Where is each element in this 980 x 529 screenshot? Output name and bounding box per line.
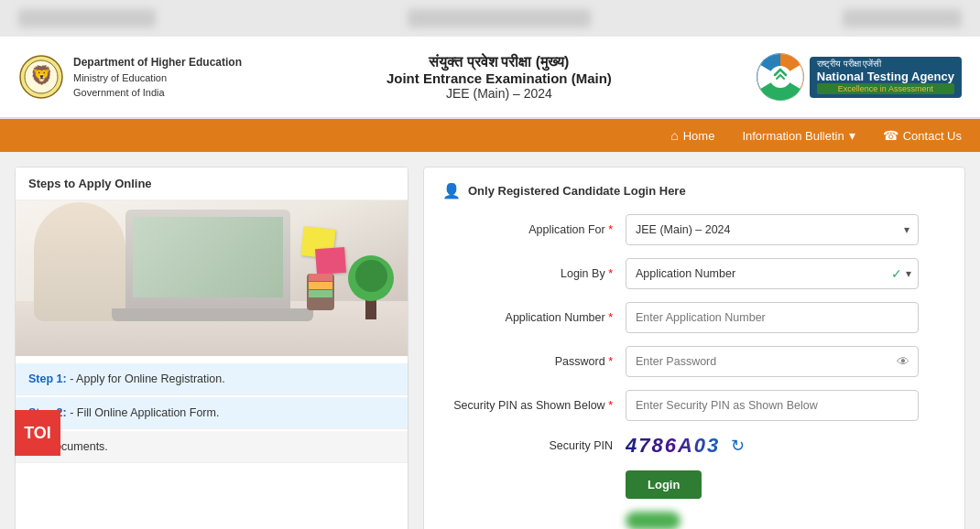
left-panel-title: Steps to Apply Online [16, 167, 408, 200]
toi-badge: TOI [15, 410, 60, 456]
refresh-icon[interactable]: ↻ [731, 436, 745, 456]
password-input-wrapper: 👁 [626, 346, 919, 377]
nta-circle-icon [757, 53, 804, 101]
year-title: JEE (Main) – 2024 [242, 86, 757, 101]
header-dept-info: Department of Higher Education Ministry … [73, 54, 242, 101]
application-for-row: Application For * JEE (Main) – 2024 ▾ [442, 214, 946, 245]
right-panel: 👤 Only Registered Candidate Login Here A… [423, 167, 965, 529]
person-icon: 👤 [442, 182, 461, 200]
top-blur-bar [0, 0, 980, 37]
password-row: Password * 👁 [442, 346, 946, 377]
eng-title: Joint Entrance Examination (Main) [242, 70, 757, 86]
header-right: राष्ट्रीय परीक्षा एजेंसी National Testin… [757, 53, 962, 101]
laptop-image [16, 200, 408, 356]
sticky-note-pink [315, 247, 346, 275]
steps-list: Step 1: - Apply for Online Registration.… [16, 356, 408, 472]
bottom-blur-element [626, 512, 681, 529]
blur-left [18, 9, 156, 27]
application-for-select-wrapper[interactable]: JEE (Main) – 2024 ▾ [626, 214, 919, 245]
chevron-down-icon: ▾ [849, 128, 855, 143]
plant [348, 255, 394, 319]
application-number-row: Application Number * [442, 302, 946, 333]
login-by-select[interactable]: Application Number Email [626, 258, 919, 289]
right-panel-title: 👤 Only Registered Candidate Login Here [442, 182, 946, 200]
application-number-label: Application Number * [442, 311, 626, 324]
navbar: ⌂ Home Information Bulletin ▾ ☎ Contact … [0, 119, 980, 152]
step-item-3: mit Documents. [16, 431, 408, 463]
security-pin-display-label: Security PIN [442, 439, 626, 452]
login-by-row: Login By * Application Number Email ✓ ▾ [442, 258, 946, 289]
password-input[interactable] [626, 346, 919, 377]
left-panel: Steps to Apply Online [15, 167, 408, 529]
step-item-2: Step 2: - Fill Online Application Form. [16, 397, 408, 429]
laptop-lid [125, 210, 290, 310]
login-button[interactable]: Login [626, 470, 702, 499]
hindi-title: संयुक्त प्रवेश परीक्षा (मुख्य) [242, 54, 757, 70]
main-content: Steps to Apply Online [0, 152, 980, 529]
step1-label: Step 1: [28, 372, 67, 385]
login-by-select-wrapper[interactable]: Application Number Email ✓ ▾ [626, 258, 919, 289]
eye-icon[interactable]: 👁 [897, 354, 909, 369]
bottom-blur [626, 512, 946, 529]
step-item-1: Step 1: - Apply for Online Registration. [16, 363, 408, 395]
captcha-text: 4786A03 [626, 434, 720, 458]
nav-contact-label: Contact Us [903, 129, 962, 143]
captcha-display: 4786A03 ↻ [626, 434, 745, 458]
security-pin-below-row: Security PIN as Shown Below * [442, 390, 946, 421]
application-number-input[interactable] [626, 302, 919, 333]
password-label: Password * [442, 355, 626, 368]
application-for-select[interactable]: JEE (Main) – 2024 [626, 214, 919, 245]
nav-home-label: Home [683, 129, 715, 143]
security-pin-display-row: Security PIN 4786A03 ↻ [442, 434, 946, 458]
phone-icon: ☎ [883, 128, 898, 143]
security-pin-below-label: Security PIN as Shown Below * [442, 399, 626, 412]
login-button-row: Login [442, 470, 946, 499]
nta-text-box: राष्ट्रीय परीक्षा एजेंसी National Testin… [810, 57, 962, 98]
nav-home[interactable]: ⌂ Home [670, 128, 714, 143]
nta-logo-box: राष्ट्रीय परीक्षा एजेंसी National Testin… [757, 53, 962, 101]
header-left: 🦁 Department of Higher Education Ministr… [18, 54, 242, 101]
step2-text: - Fill Online Application Form. [70, 406, 219, 419]
laptop-screen-inner [133, 217, 283, 297]
person-silhouette [34, 202, 125, 321]
govt-emblem-icon: 🦁 [18, 54, 64, 100]
header-center: संयुक्त प्रवेश परीक्षा (मुख्य) Joint Ent… [242, 54, 757, 101]
header: 🦁 Department of Higher Education Ministr… [0, 37, 980, 119]
nav-contact-us[interactable]: ☎ Contact Us [883, 128, 962, 143]
nav-info-bulletin[interactable]: Information Bulletin ▾ [742, 128, 855, 143]
blur-center [408, 9, 591, 27]
application-for-label: Application For * [442, 223, 626, 236]
login-by-label: Login By * [442, 267, 626, 280]
books [307, 274, 334, 310]
home-icon: ⌂ [670, 128, 678, 143]
laptop-base [112, 308, 313, 321]
nav-info-label: Information Bulletin [742, 129, 844, 143]
step1-text: - Apply for Online Registration. [70, 372, 225, 385]
blur-right [843, 9, 962, 27]
security-pin-below-input[interactable] [626, 390, 919, 421]
svg-text:🦁: 🦁 [30, 64, 53, 86]
